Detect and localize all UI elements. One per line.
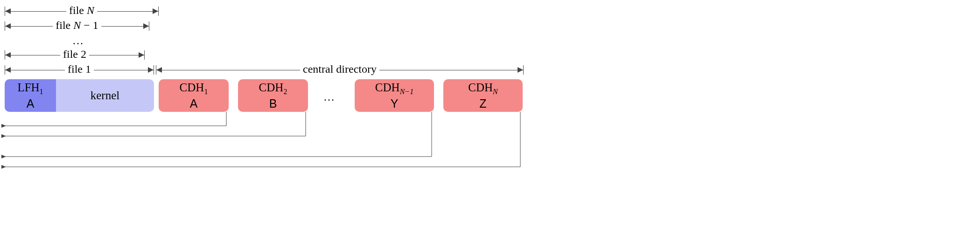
block-cdh-n-minus-1: CDHN−1 Y <box>355 79 434 112</box>
pointer-arrows <box>0 0 560 233</box>
zip-layout-diagram: file N /* rewrite last label to include … <box>0 0 560 233</box>
block-cdh1: CDH1 A <box>159 79 229 112</box>
block-kernel: kernel <box>56 79 154 112</box>
dim-file-n-minus-1-label: file N − 1 <box>56 19 98 31</box>
block-cdh2: CDH2 B <box>238 79 308 112</box>
dim-file-1-label: file 1 <box>68 63 91 75</box>
block-cdh-n: CDHN Z <box>443 79 523 112</box>
dim-file-n-label: file N <box>69 4 94 16</box>
block-lfh1: LFH1 A <box>5 79 56 112</box>
dim-file-2-label: file 2 <box>63 48 86 60</box>
dim-ellipsis-top: … <box>72 34 84 47</box>
dim-central-directory-label: central directory <box>303 63 377 75</box>
block-ellipsis: … <box>323 91 335 103</box>
